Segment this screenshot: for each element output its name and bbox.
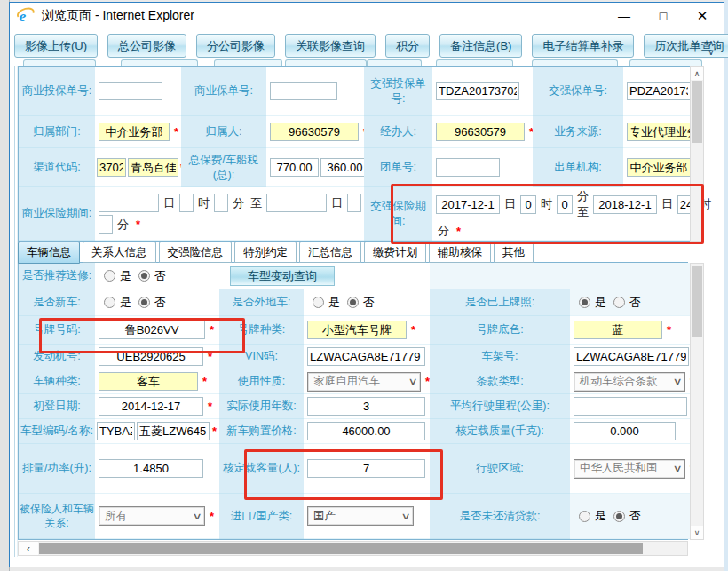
plate-no-input[interactable] <box>99 321 205 339</box>
horizontal-scrollbar-thumb[interactable] <box>39 543 643 554</box>
handler-input[interactable] <box>436 123 525 141</box>
radio-label-no: 否 <box>154 295 166 311</box>
loan-unpaid-no-radio[interactable] <box>613 511 625 522</box>
e-settlement-supplement-button[interactable]: 电子结算单补录 <box>532 34 634 58</box>
biz-period-start-minute-input[interactable] <box>214 194 228 212</box>
field-label-is-new-car: 是否新车: <box>19 289 95 316</box>
tab-special-agreement[interactable]: 特别约定 <box>234 242 297 263</box>
is-licensed-no-radio[interactable] <box>613 297 625 308</box>
close-icon[interactable]: ✕ <box>692 5 713 27</box>
recommend-repair-no-radio[interactable] <box>138 270 150 282</box>
issuing-org-input[interactable] <box>627 158 691 177</box>
field-label-displacement: 排量/功率(升): <box>19 444 95 494</box>
titlebar: e 浏览页面 - Internet Explorer — □ ✕ <box>10 3 724 29</box>
head-office-image-button[interactable]: 总公司影像 <box>107 34 186 58</box>
loan-unpaid-yes-radio[interactable] <box>579 511 590 522</box>
biz-period-start-hour-input[interactable] <box>179 194 194 212</box>
clause-type-select[interactable]: 机动车综合条款∨ <box>574 372 685 392</box>
scroll-up-icon[interactable]: ∧ <box>691 67 703 80</box>
model-change-query-button[interactable]: 车型变动查询 <box>230 266 335 286</box>
tab-vehicle-info[interactable]: 车辆信息 <box>18 242 80 264</box>
channel-code-input[interactable] <box>97 158 126 177</box>
import-type-select[interactable]: 国产∨ <box>307 506 414 526</box>
unit-day: 日 <box>661 196 673 212</box>
biz-policy-no-input[interactable] <box>270 82 337 100</box>
related-image-query-button[interactable]: 关联影像查询 <box>285 34 376 58</box>
maximize-icon[interactable]: □ <box>653 5 674 27</box>
biz-proposal-no-input[interactable] <box>99 82 162 100</box>
recommend-repair-yes-radio[interactable] <box>104 270 115 282</box>
tab-underwriting-assist[interactable]: 辅助核保 <box>429 242 491 263</box>
avg-mileage-input[interactable] <box>574 397 687 416</box>
biz-period-end-hour-input[interactable] <box>347 194 361 212</box>
is-nonlocal-yes-radio[interactable] <box>313 297 324 308</box>
group-policy-no-input[interactable] <box>436 158 500 177</box>
toolbar-scroll-spinner[interactable]: ∧ ∨ <box>704 36 718 60</box>
model-name-input[interactable] <box>137 422 210 440</box>
toolbar-scroll-down-icon[interactable]: ∨ <box>708 48 714 57</box>
is-new-car-yes-radio[interactable] <box>104 297 115 308</box>
seating-capacity-input[interactable] <box>307 459 425 478</box>
remarks-button[interactable]: 备注信息(B) <box>439 34 522 58</box>
displacement-input[interactable] <box>99 459 203 478</box>
biz-period-end-date-input[interactable] <box>266 194 327 212</box>
field-label-compulsory-proposal-no: 交强投保单号: <box>364 67 432 116</box>
first-reg-date-input[interactable] <box>99 397 203 416</box>
unit-day: 日 <box>504 196 516 212</box>
total-premium-input[interactable] <box>270 158 319 177</box>
field-label-clause-type: 条款类型: <box>430 369 570 394</box>
required-asterisk: * <box>202 375 207 388</box>
compulsory-proposal-no-input[interactable] <box>436 82 519 100</box>
model-code-input[interactable] <box>97 422 135 440</box>
tab-compulsory-insurance[interactable]: 交强险信息 <box>159 242 233 263</box>
vehicle-panel-scrollbar[interactable]: ∨ <box>690 263 704 540</box>
owner-input[interactable] <box>270 123 359 141</box>
department-input[interactable] <box>99 123 170 141</box>
horizontal-scrollbar[interactable]: ‹ <box>18 541 688 556</box>
tab-related-persons[interactable]: 关系人信息 <box>83 242 156 263</box>
unit-to: 至 <box>250 195 262 211</box>
biz-period-end-minute-input[interactable] <box>99 215 113 234</box>
plate-color-input[interactable] <box>574 321 662 339</box>
branch-image-button[interactable]: 分公司影像 <box>196 34 275 58</box>
approved-load-input[interactable] <box>574 422 676 440</box>
field-label-biz-policy-no: 商业保单号: <box>181 67 266 116</box>
policy-panel-scrollbar[interactable]: ∧ <box>690 66 704 242</box>
tab-summary-info[interactable]: 汇总信息 <box>299 242 361 263</box>
scroll-left-icon[interactable]: ‹ <box>19 542 38 555</box>
insured-relation-select[interactable]: 所有∨ <box>99 506 205 526</box>
vehicle-tax-input[interactable] <box>320 158 369 177</box>
image-upload-button[interactable]: 影像上传(U) <box>14 34 98 58</box>
vehicle-kind-input[interactable] <box>99 372 198 391</box>
years-in-use-input[interactable] <box>307 397 425 416</box>
scrollbar-thumb[interactable] <box>692 266 702 337</box>
vin-input[interactable] <box>307 347 425 366</box>
compulsory-period-end-date-input[interactable] <box>593 195 657 214</box>
frame-no-input[interactable] <box>574 347 689 366</box>
tab-payment-plan[interactable]: 缴费计划 <box>364 242 426 263</box>
scroll-down-icon[interactable]: ∨ <box>691 526 703 539</box>
usage-select[interactable]: 家庭自用汽车∨ <box>307 372 421 392</box>
compulsory-policy-no-input[interactable] <box>627 82 691 100</box>
required-asterisk: * <box>210 510 214 523</box>
points-button[interactable]: 积分 <box>385 34 430 58</box>
scrollbar-thumb[interactable] <box>692 81 702 143</box>
field-label-owner: 归属人: <box>181 116 266 148</box>
chevron-down-icon: ∨ <box>408 376 417 387</box>
compulsory-period-start-date-input[interactable] <box>436 195 500 214</box>
field-label-model-code-name: 车型编码/名称: <box>19 419 95 444</box>
biz-period-start-date-input[interactable] <box>99 194 159 212</box>
tab-other[interactable]: 其他 <box>494 242 534 263</box>
channel-name-input[interactable] <box>128 158 178 177</box>
is-new-car-no-radio[interactable] <box>138 297 150 308</box>
plate-type-input[interactable] <box>307 321 407 339</box>
driving-area-select[interactable]: 中华人民共和国∨ <box>574 459 685 479</box>
is-licensed-yes-radio[interactable] <box>579 297 590 308</box>
is-nonlocal-no-radio[interactable] <box>347 297 359 308</box>
engine-no-input[interactable] <box>99 347 203 366</box>
compulsory-period-start-minute-input[interactable] <box>557 195 573 214</box>
minimize-icon[interactable]: — <box>613 5 635 27</box>
new-car-price-input[interactable] <box>307 422 425 440</box>
compulsory-period-start-hour-input[interactable] <box>520 195 536 214</box>
biz-source-input[interactable] <box>627 123 700 141</box>
